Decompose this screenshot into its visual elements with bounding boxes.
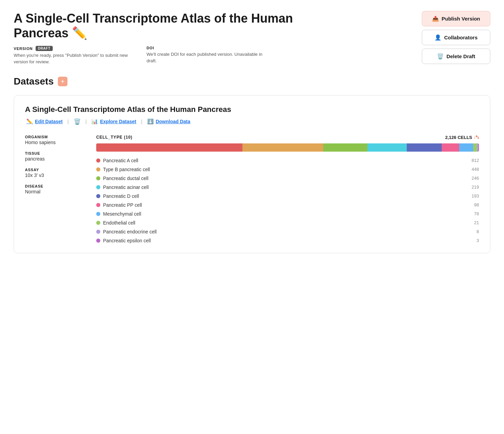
edit-dataset-link[interactable]: ✏️ Edit Dataset — [25, 118, 64, 125]
version-label: VERSION DRAFT — [14, 46, 130, 51]
publish-version-button[interactable]: 📤 Publish Version — [422, 11, 490, 26]
doi-block: DOI We'll create DOI for each published … — [147, 46, 263, 65]
cell-type-row: Pancreatic acinar cell219 — [96, 184, 479, 190]
publish-icon: 📤 — [432, 15, 439, 22]
page-title: A Single-Cell Transcriptome Atlas of the… — [14, 11, 294, 40]
cell-type-name: Endothelial cell — [103, 220, 135, 226]
cell-type-row: Pancreatic ductal cell246 — [96, 176, 479, 181]
dataset-content: ORGANISM Homo sapiens TISSUE pancreas AS… — [25, 135, 479, 243]
separator-2: | — [82, 119, 90, 124]
cell-type-name: Pancreatic D cell — [103, 193, 139, 199]
organism-item: ORGANISM Homo sapiens — [25, 135, 80, 145]
title-section: A Single-Cell Transcriptome Atlas of the… — [14, 11, 294, 65]
organism-value: Homo sapiens — [25, 140, 80, 145]
bar-segment — [478, 143, 479, 152]
bar-segment — [442, 143, 459, 152]
add-dataset-button[interactable]: + — [58, 77, 67, 86]
trash-icon: 🗑️ — [437, 53, 444, 60]
page-header: A Single-Cell Transcriptome Atlas of the… — [14, 11, 490, 65]
explore-dataset-link[interactable]: 📊 Explore Dataset — [90, 118, 138, 125]
bar-segment — [96, 143, 242, 152]
color-dot — [96, 176, 100, 180]
bar-segment — [473, 143, 477, 152]
disease-item: DISEASE Normal — [25, 184, 80, 194]
download-icon: ⬇️ — [147, 118, 154, 125]
cell-type-name: Pancreatic ductal cell — [103, 176, 148, 181]
cell-type-count: 3 — [477, 238, 479, 243]
cell-type-name: Pancreatic PP cell — [103, 202, 142, 208]
cell-type-row: Pancreatic endocrine cell8 — [96, 229, 479, 234]
sort-icon: ↓⁹₁ — [474, 135, 479, 140]
delete-dataset-button[interactable]: 🗑️ — [72, 118, 82, 125]
cell-type-left: Pancreatic ductal cell — [96, 176, 148, 181]
tissue-value: pancreas — [25, 156, 80, 162]
cell-type-left: Pancreatic A cell — [96, 158, 138, 163]
delete-draft-button[interactable]: 🗑️ Delete Draft — [422, 49, 490, 64]
version-desc: When you're ready, press "Publish Versio… — [14, 52, 130, 65]
bar-segment — [367, 143, 407, 152]
cell-type-row: Endothelial cell21 — [96, 220, 479, 226]
color-dot — [96, 239, 100, 243]
cell-type-name: Mesenchymal cell — [103, 211, 141, 217]
cell-type-count: 21 — [474, 220, 479, 225]
bar-segment — [323, 143, 367, 152]
cell-type-count: 78 — [474, 211, 479, 216]
cell-type-count: 193 — [471, 193, 479, 199]
download-data-link[interactable]: ⬇️ Download Data — [146, 118, 192, 125]
explore-icon: 📊 — [91, 118, 98, 125]
cell-type-row: Pancreatic D cell193 — [96, 193, 479, 199]
collaborators-button[interactable]: 👤 Collaborators — [422, 30, 490, 45]
edit-icon: ✏️ — [26, 118, 33, 125]
cell-type-section: CELL_TYPE (10) 2,126 CELLS ↓⁹₁ Pancreati… — [96, 135, 479, 243]
cell-type-bar-chart — [96, 143, 479, 152]
color-dot — [96, 185, 100, 189]
cell-type-header: CELL_TYPE (10) 2,126 CELLS ↓⁹₁ — [96, 135, 479, 140]
metadata-section: ORGANISM Homo sapiens TISSUE pancreas AS… — [25, 135, 80, 243]
tissue-label: TISSUE — [25, 151, 80, 155]
color-dot — [96, 230, 100, 234]
version-block: VERSION DRAFT When you're ready, press "… — [14, 46, 130, 65]
dataset-actions: ✏️ Edit Dataset | 🗑️ | 📊 Explore Dataset… — [25, 118, 479, 125]
tissue-item: TISSUE pancreas — [25, 151, 80, 162]
cell-type-count: 219 — [471, 184, 479, 190]
cell-type-left: Pancreatic D cell — [96, 193, 139, 199]
datasets-section: Datasets + A Single-Cell Transcriptome A… — [14, 76, 490, 253]
separator-3: | — [138, 119, 146, 124]
cell-type-count: 246 — [471, 176, 479, 181]
draft-badge: DRAFT — [36, 46, 53, 51]
cell-type-row: Pancreatic PP cell98 — [96, 202, 479, 208]
bar-segment — [459, 143, 473, 152]
action-buttons: 📤 Publish Version 👤 Collaborators 🗑️ Del… — [422, 11, 490, 64]
cell-type-left: Mesenchymal cell — [96, 211, 141, 217]
assay-item: ASSAY 10x 3' v3 — [25, 168, 80, 178]
assay-value: 10x 3' v3 — [25, 173, 80, 178]
color-dot — [96, 194, 100, 198]
cell-type-name: Type B pancreatic cell — [103, 167, 150, 172]
cells-count: 2,126 CELLS ↓⁹₁ — [445, 135, 479, 140]
organism-label: ORGANISM — [25, 135, 80, 139]
color-dot — [96, 158, 100, 163]
collaborators-icon: 👤 — [434, 34, 441, 41]
bar-segment — [242, 143, 323, 152]
cell-type-left: Endothelial cell — [96, 220, 135, 226]
cell-type-count: 448 — [471, 167, 479, 172]
bar-segment — [407, 143, 441, 152]
disease-label: DISEASE — [25, 184, 80, 188]
cell-type-label: CELL_TYPE (10) — [96, 135, 133, 140]
color-dot — [96, 212, 100, 216]
color-dot — [96, 167, 100, 171]
cell-type-name: Pancreatic acinar cell — [103, 184, 149, 190]
cell-type-left: Pancreatic PP cell — [96, 202, 142, 208]
separator-1: | — [64, 119, 72, 124]
cell-type-name: Pancreatic epsilon cell — [103, 238, 151, 243]
cell-type-row: Pancreatic epsilon cell3 — [96, 238, 479, 243]
cell-type-row: Type B pancreatic cell448 — [96, 167, 479, 172]
cell-type-row: Mesenchymal cell78 — [96, 211, 479, 217]
doi-label: DOI — [147, 46, 263, 50]
version-doi-row: VERSION DRAFT When you're ready, press "… — [14, 46, 294, 65]
datasets-header: Datasets + — [14, 76, 490, 87]
color-dot — [96, 221, 100, 225]
assay-label: ASSAY — [25, 168, 80, 172]
datasets-title: Datasets — [14, 76, 54, 87]
cell-type-list: Pancreatic A cell812Type B pancreatic ce… — [96, 158, 479, 243]
